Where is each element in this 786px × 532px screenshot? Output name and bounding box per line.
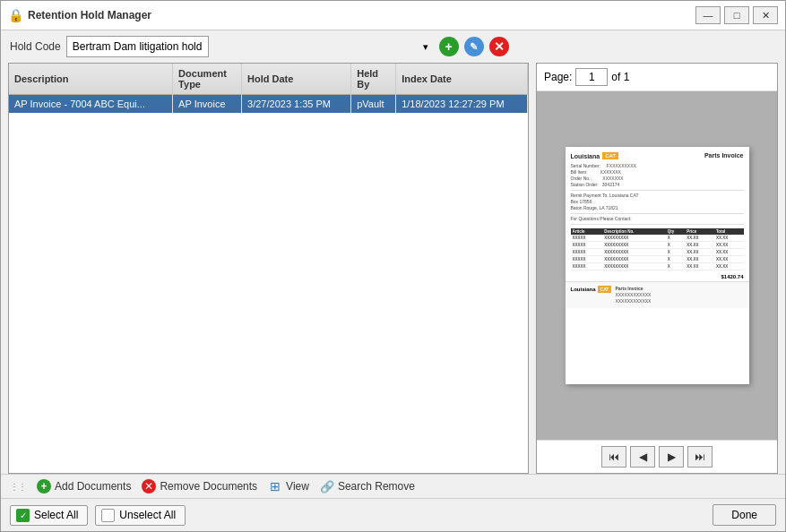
table-header-row: Description DocumentType Hold Date HeldB… xyxy=(9,64,528,95)
bottom-bar: ✓ Select All Unselect All Done xyxy=(1,498,785,531)
hold-code-row: Hold Code Bertram Dam litigation hold + … xyxy=(1,30,785,63)
add-icon: + xyxy=(37,479,51,493)
grip-icon: ⋮⋮ xyxy=(10,482,26,492)
unselect-all-checkbox-icon xyxy=(101,509,115,522)
footer-text: Parts Invoice XXXXXXXXXXXX XXXXXXXXXXXX xyxy=(615,286,651,305)
done-button[interactable]: Done xyxy=(713,504,776,526)
invoice-contact: For Questions Please Contact: xyxy=(566,216,749,222)
page-nav-bottom: ⏮ ◀ ▶ ⏭ xyxy=(537,440,777,473)
first-page-button[interactable]: ⏮ xyxy=(601,446,626,468)
maximize-button[interactable]: □ xyxy=(724,6,749,24)
minimize-button[interactable]: — xyxy=(695,6,721,24)
invoice-preview: Louisiana CAT Parts Invoice Serial Numbe… xyxy=(566,147,749,384)
search-remove-label: Search Remove xyxy=(338,480,415,493)
hold-code-label: Hold Code xyxy=(10,40,61,53)
unselect-all-button[interactable]: Unselect All xyxy=(95,505,186,526)
invoice-table-area: Article Description No. Qty Price Total … xyxy=(566,227,749,272)
footer-logo: Louisiana CAT xyxy=(571,286,612,293)
view-icon: ⊞ xyxy=(268,479,282,493)
invoice-total: $1420.74 xyxy=(566,272,749,281)
invoice-divider-3 xyxy=(571,224,744,225)
page-label: Page: xyxy=(544,71,572,83)
page-preview-area: Louisiana CAT Parts Invoice Serial Numbe… xyxy=(537,91,777,440)
invoice-divider-1 xyxy=(571,190,744,191)
unselect-all-label: Unselect All xyxy=(119,509,176,521)
main-window: 🔒 Retention Hold Manager — □ ✕ Hold Code… xyxy=(0,0,786,532)
search-remove-icon: 🔗 xyxy=(320,479,334,493)
prev-page-button[interactable]: ◀ xyxy=(630,446,655,468)
col-held-by: HeldBy xyxy=(351,64,396,95)
window-controls: — □ ✕ xyxy=(695,6,778,24)
col-document-type: DocumentType xyxy=(173,64,242,95)
logo-cat-text: CAT xyxy=(602,152,618,159)
page-nav-top: Page: of 1 xyxy=(537,64,777,91)
hold-code-wrapper: Bertram Dam litigation hold xyxy=(66,36,434,57)
cell-description: AP Invoice - 7004 ABC Equi... xyxy=(9,95,173,114)
window-icon: 🔒 xyxy=(8,8,22,22)
cell-index-date: 1/18/2023 12:27:29 PM xyxy=(396,95,528,114)
cell-hold-date: 3/27/2023 1:35 PM xyxy=(242,95,351,114)
invoice-divider-2 xyxy=(571,213,744,214)
col-index-date: Index Date xyxy=(396,64,528,95)
view-label: View xyxy=(286,480,309,493)
edit-hold-button[interactable]: ✎ xyxy=(464,37,484,56)
invoice-title: Parts Invoice xyxy=(704,152,744,159)
remove-documents-button[interactable]: ✕ Remove Documents xyxy=(142,479,257,493)
col-description: Description xyxy=(9,64,173,95)
invoice-header: Louisiana CAT Parts Invoice xyxy=(566,147,749,163)
main-content: Description DocumentType Hold Date HeldB… xyxy=(1,63,785,474)
hold-code-select[interactable]: Bertram Dam litigation hold xyxy=(66,36,209,57)
page-number-input[interactable] xyxy=(575,68,608,86)
invoice-logo: Louisiana CAT xyxy=(571,152,619,159)
invoice-details: Serial Number: FXXXXXXXXX Bill Item: XXX… xyxy=(566,163,749,188)
title-bar: 🔒 Retention Hold Manager — □ ✕ xyxy=(1,1,785,30)
bottom-left: ✓ Select All Unselect All xyxy=(10,505,186,526)
document-table: Description DocumentType Hold Date HeldB… xyxy=(9,64,528,113)
table-row[interactable]: AP Invoice - 7004 ABC Equi... AP Invoice… xyxy=(9,95,528,114)
invoice-footer: Louisiana CAT Parts Invoice XXXXXXXXXXXX… xyxy=(566,281,749,308)
col-hold-date: Hold Date xyxy=(242,64,351,95)
next-page-button[interactable]: ▶ xyxy=(659,446,684,468)
add-hold-button[interactable]: + xyxy=(439,37,459,56)
search-remove-button[interactable]: 🔗 Search Remove xyxy=(320,479,415,493)
invoice-remit: Remit Payment To: Louisiana CAT Box 1785… xyxy=(566,193,749,211)
select-all-button[interactable]: ✓ Select All xyxy=(10,505,88,526)
view-button[interactable]: ⊞ View xyxy=(268,479,309,493)
last-page-button[interactable]: ⏭ xyxy=(687,446,713,468)
done-label: Done xyxy=(731,509,757,521)
invoice-line-table: Article Description No. Qty Price Total … xyxy=(571,228,744,270)
toolbar: ⋮⋮ + Add Documents ✕ Remove Documents ⊞ … xyxy=(1,474,785,498)
add-documents-button[interactable]: + Add Documents xyxy=(37,479,131,493)
remove-icon: ✕ xyxy=(142,479,156,493)
cell-document-type: AP Invoice xyxy=(173,95,242,114)
select-all-checkbox-icon: ✓ xyxy=(16,509,30,522)
close-button[interactable]: ✕ xyxy=(753,6,778,24)
page-of-label: of 1 xyxy=(611,71,629,83)
cell-held-by: pVault xyxy=(351,95,396,114)
select-all-label: Select All xyxy=(34,509,78,521)
document-list-panel: Description DocumentType Hold Date HeldB… xyxy=(8,63,529,474)
window-title: Retention Hold Manager xyxy=(28,9,695,21)
remove-documents-label: Remove Documents xyxy=(160,480,257,493)
delete-hold-button[interactable]: ✕ xyxy=(489,37,509,56)
preview-panel: Page: of 1 Louisiana CAT Parts Invoice xyxy=(536,63,778,474)
logo-louisiana-text: Louisiana xyxy=(571,153,600,159)
add-documents-label: Add Documents xyxy=(55,480,131,493)
